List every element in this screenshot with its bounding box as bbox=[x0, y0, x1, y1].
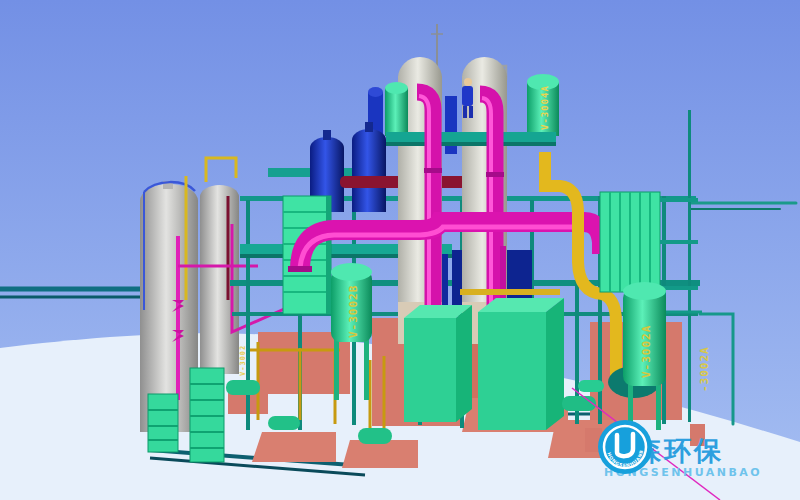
label-leader-3002a: -3002A bbox=[698, 346, 711, 392]
top-platform bbox=[386, 132, 556, 146]
green-tank-box-right bbox=[478, 298, 564, 430]
company-logo: HONGSENHUANBAO 宏森环保 HONGSENHUANBAO bbox=[596, 418, 800, 496]
label-pump-small: V-3002 bbox=[239, 345, 247, 376]
green-tank-box-left bbox=[404, 305, 472, 422]
green-drum-v3004a: V-3004A bbox=[527, 74, 559, 136]
green-drum-top-left bbox=[385, 82, 408, 136]
logo-mark: HONGSENHUANBAO bbox=[596, 418, 654, 476]
plant-3d-render: V-3004A bbox=[0, 0, 800, 500]
label-v3002b: V-3002B bbox=[347, 285, 360, 338]
label-v3002a: V-3002A bbox=[640, 325, 653, 378]
label-v3004a: V-3004A bbox=[540, 85, 550, 130]
